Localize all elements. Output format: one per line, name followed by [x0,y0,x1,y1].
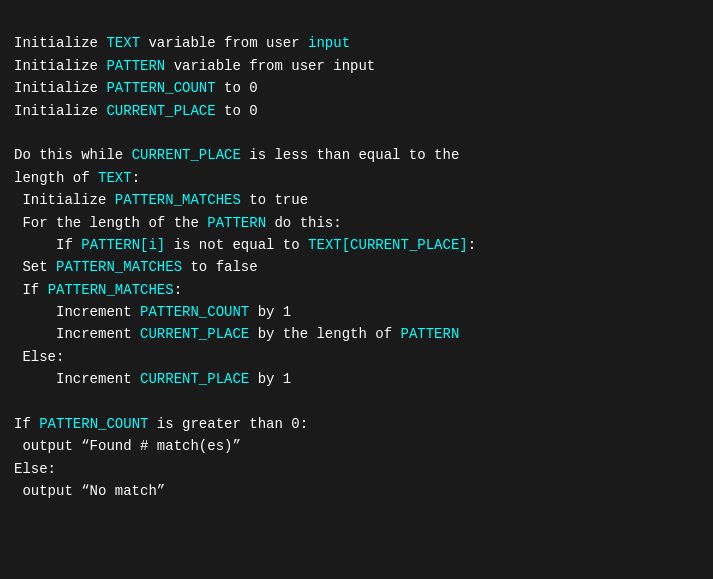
code-segment: is less than equal to the [241,147,459,163]
code-line: Increment CURRENT_PLACE by the length of… [14,323,699,345]
code-line: output “Found # match(es)” [14,435,699,457]
code-line: If PATTERN_COUNT is greater than 0: [14,413,699,435]
code-segment: PATTERN [207,215,266,231]
code-segment: by the length of [249,326,400,342]
code-segment: Initialize [14,35,106,51]
code-segment: Initialize [14,80,106,96]
code-line: length of TEXT: [14,167,699,189]
code-segment: TEXT [106,35,140,51]
code-segment: PATTERN_COUNT [140,304,249,320]
code-segment: Initialize [14,58,106,74]
code-line [14,391,699,413]
code-segment: Else: [14,349,64,365]
code-line: Initialize PATTERN variable from user in… [14,55,699,77]
code-segment: Do this while [14,147,132,163]
code-segment: Else: [14,461,56,477]
code-segment: PATTERN_COUNT [106,80,215,96]
code-segment: Increment [14,304,140,320]
code-line: If PATTERN[i] is not equal to TEXT[CURRE… [14,234,699,256]
code-line: Increment PATTERN_COUNT by 1 [14,301,699,323]
code-segment: If [14,282,48,298]
code-segment: : [174,282,182,298]
code-segment: Increment [14,326,140,342]
code-segment: If [14,416,39,432]
code-line: Set PATTERN_MATCHES to false [14,256,699,278]
code-segment: input [308,35,350,51]
code-line: For the length of the PATTERN do this: [14,212,699,234]
code-segment: to false [182,259,258,275]
code-segment: CURRENT_PLACE [140,371,249,387]
code-segment: TEXT[CURRENT_PLACE] [308,237,468,253]
code-display: Initialize TEXT variable from user input… [14,10,699,503]
code-segment: Initialize [14,103,106,119]
code-line: Else: [14,346,699,368]
code-line: If PATTERN_MATCHES: [14,279,699,301]
code-segment: : [468,237,476,253]
code-line: Initialize PATTERN_MATCHES to true [14,189,699,211]
code-segment: PATTERN [106,58,165,74]
code-segment: Set [14,259,56,275]
code-segment: output “Found # match(es)” [14,438,241,454]
code-segment: output “No match” [14,483,165,499]
code-segment: to 0 [216,80,258,96]
code-line [14,122,699,144]
code-segment: PATTERN_MATCHES [56,259,182,275]
code-line: Increment CURRENT_PLACE by 1 [14,368,699,390]
code-segment: Increment [14,371,140,387]
code-segment: by 1 [249,304,291,320]
code-segment: variable from user input [165,58,375,74]
code-segment: variable from user [140,35,308,51]
code-segment: CURRENT_PLACE [140,326,249,342]
code-line: Initialize PATTERN_COUNT to 0 [14,77,699,99]
code-segment: is greater than 0: [148,416,308,432]
code-segment: If [14,237,81,253]
code-segment: PATTERN[i] [81,237,165,253]
code-segment: by 1 [249,371,291,387]
code-segment: Initialize [14,192,115,208]
code-line: Do this while CURRENT_PLACE is less than… [14,144,699,166]
code-line: Initialize TEXT variable from user input [14,32,699,54]
code-line: Else: [14,458,699,480]
code-segment: is not equal to [165,237,308,253]
code-line: Initialize CURRENT_PLACE to 0 [14,100,699,122]
code-segment: CURRENT_PLACE [132,147,241,163]
code-segment: PATTERN_MATCHES [48,282,174,298]
code-segment: to true [241,192,308,208]
code-segment: CURRENT_PLACE [106,103,215,119]
code-segment: length of [14,170,98,186]
code-line: output “No match” [14,480,699,502]
code-segment: to 0 [216,103,258,119]
code-segment: PATTERN [400,326,459,342]
code-segment: For the length of the [14,215,207,231]
code-segment: TEXT [98,170,132,186]
code-segment: do this: [266,215,342,231]
code-segment: PATTERN_COUNT [39,416,148,432]
code-segment: PATTERN_MATCHES [115,192,241,208]
code-segment: : [132,170,140,186]
